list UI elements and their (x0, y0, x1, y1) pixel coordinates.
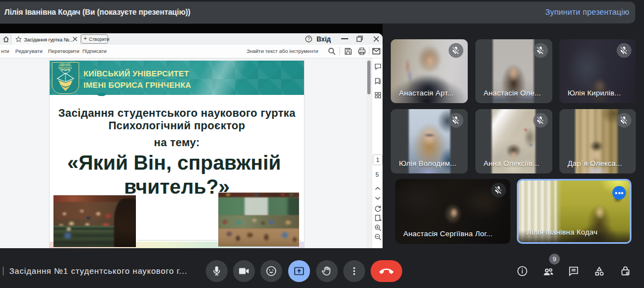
svg-text:?: ? (307, 36, 310, 41)
